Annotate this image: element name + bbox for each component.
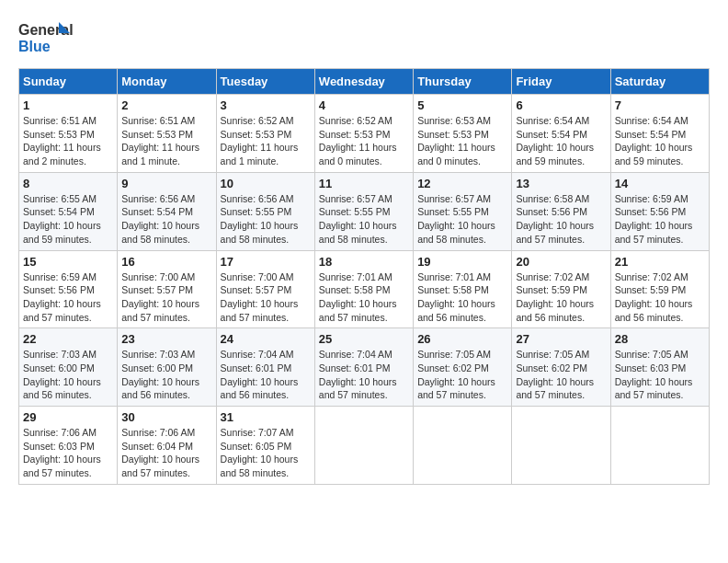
svg-text:Blue: Blue	[18, 39, 51, 54]
calendar-cell: 11Sunrise: 6:57 AMSunset: 5:55 PMDayligh…	[314, 172, 413, 250]
day-number: 7	[615, 98, 705, 112]
day-number: 23	[121, 332, 211, 346]
day-number: 5	[417, 98, 507, 112]
day-info: Sunrise: 7:01 AMSunset: 5:58 PMDaylight:…	[417, 270, 507, 325]
day-info: Sunrise: 6:56 AMSunset: 5:54 PMDaylight:…	[121, 192, 211, 247]
day-number: 3	[221, 98, 311, 112]
day-info: Sunrise: 6:57 AMSunset: 5:55 PMDaylight:…	[417, 192, 507, 247]
day-info: Sunrise: 7:05 AMSunset: 6:02 PMDaylight:…	[516, 348, 606, 402]
day-info: Sunrise: 7:06 AMSunset: 6:04 PMDaylight:…	[121, 426, 211, 480]
calendar-cell: 1Sunrise: 6:51 AMSunset: 5:53 PMDaylight…	[19, 95, 118, 173]
day-info: Sunrise: 7:03 AMSunset: 6:00 PMDaylight:…	[121, 348, 211, 402]
day-number: 6	[516, 98, 606, 112]
day-number: 25	[319, 332, 409, 346]
day-info: Sunrise: 7:00 AMSunset: 5:57 PMDaylight:…	[121, 270, 211, 325]
calendar-cell: 26Sunrise: 7:05 AMSunset: 6:02 PMDayligh…	[414, 328, 512, 407]
day-info: Sunrise: 6:58 AMSunset: 5:56 PMDaylight:…	[516, 192, 606, 247]
day-info: Sunrise: 7:01 AMSunset: 5:58 PMDaylight:…	[319, 270, 409, 325]
weekday-header: Wednesday	[314, 69, 413, 95]
calendar-cell: 21Sunrise: 7:02 AMSunset: 5:59 PMDayligh…	[610, 250, 709, 328]
calendar-cell: 4Sunrise: 6:52 AMSunset: 5:53 PMDaylight…	[314, 95, 413, 173]
calendar-cell: 18Sunrise: 7:01 AMSunset: 5:58 PMDayligh…	[314, 250, 413, 328]
calendar-header-row: SundayMondayTuesdayWednesdayThursdayFrid…	[19, 69, 710, 95]
day-number: 29	[23, 410, 113, 424]
day-number: 20	[516, 255, 606, 269]
calendar-cell	[314, 407, 413, 485]
day-info: Sunrise: 7:04 AMSunset: 6:01 PMDaylight:…	[221, 348, 311, 402]
calendar-cell: 13Sunrise: 6:58 AMSunset: 5:56 PMDayligh…	[512, 172, 610, 250]
day-info: Sunrise: 6:56 AMSunset: 5:55 PMDaylight:…	[221, 192, 311, 247]
day-number: 15	[23, 255, 113, 269]
calendar-cell: 6Sunrise: 6:54 AMSunset: 5:54 PMDaylight…	[512, 95, 610, 173]
calendar-cell: 7Sunrise: 6:54 AMSunset: 5:54 PMDaylight…	[610, 95, 709, 173]
calendar-cell: 16Sunrise: 7:00 AMSunset: 5:57 PMDayligh…	[118, 250, 216, 328]
calendar-cell: 27Sunrise: 7:05 AMSunset: 6:02 PMDayligh…	[512, 328, 610, 407]
calendar-week-row: 29Sunrise: 7:06 AMSunset: 6:03 PMDayligh…	[19, 407, 710, 485]
day-number: 18	[319, 255, 409, 269]
day-info: Sunrise: 6:59 AMSunset: 5:56 PMDaylight:…	[615, 192, 705, 247]
day-info: Sunrise: 6:51 AMSunset: 5:53 PMDaylight:…	[121, 114, 211, 168]
calendar-cell: 28Sunrise: 7:05 AMSunset: 6:03 PMDayligh…	[610, 328, 709, 407]
day-info: Sunrise: 6:59 AMSunset: 5:56 PMDaylight:…	[23, 270, 113, 325]
calendar-cell: 25Sunrise: 7:04 AMSunset: 6:01 PMDayligh…	[314, 328, 413, 407]
weekday-header: Monday	[118, 69, 216, 95]
day-number: 2	[121, 98, 211, 112]
day-info: Sunrise: 7:06 AMSunset: 6:03 PMDaylight:…	[23, 426, 113, 480]
day-info: Sunrise: 6:52 AMSunset: 5:53 PMDaylight:…	[319, 114, 409, 168]
day-number: 10	[221, 177, 311, 190]
day-info: Sunrise: 7:02 AMSunset: 5:59 PMDaylight:…	[516, 270, 606, 325]
day-info: Sunrise: 7:02 AMSunset: 5:59 PMDaylight:…	[615, 270, 705, 325]
day-number: 11	[319, 177, 409, 190]
calendar-week-row: 8Sunrise: 6:55 AMSunset: 5:54 PMDaylight…	[19, 172, 710, 250]
calendar-cell	[512, 407, 610, 485]
day-info: Sunrise: 6:54 AMSunset: 5:54 PMDaylight:…	[516, 114, 606, 168]
calendar-cell: 20Sunrise: 7:02 AMSunset: 5:59 PMDayligh…	[512, 250, 610, 328]
day-number: 28	[615, 332, 705, 346]
day-number: 14	[615, 177, 705, 190]
day-number: 21	[615, 255, 705, 269]
calendar-cell: 3Sunrise: 6:52 AMSunset: 5:53 PMDaylight…	[216, 95, 314, 173]
page-header: GeneralBlue	[18, 18, 710, 59]
day-number: 17	[221, 255, 311, 269]
day-info: Sunrise: 7:07 AMSunset: 6:05 PMDaylight:…	[221, 426, 311, 480]
day-number: 9	[121, 177, 211, 190]
calendar-cell: 17Sunrise: 7:00 AMSunset: 5:57 PMDayligh…	[216, 250, 314, 328]
day-info: Sunrise: 7:05 AMSunset: 6:03 PMDaylight:…	[615, 348, 705, 402]
day-number: 19	[417, 255, 507, 269]
calendar-cell: 12Sunrise: 6:57 AMSunset: 5:55 PMDayligh…	[414, 172, 512, 250]
day-info: Sunrise: 7:00 AMSunset: 5:57 PMDaylight:…	[221, 270, 311, 325]
calendar-cell: 19Sunrise: 7:01 AMSunset: 5:58 PMDayligh…	[414, 250, 512, 328]
day-number: 26	[417, 332, 507, 346]
calendar-cell	[414, 407, 512, 485]
day-number: 8	[23, 177, 113, 190]
day-number: 24	[221, 332, 311, 346]
logo-svg: GeneralBlue	[18, 18, 74, 59]
weekday-header: Friday	[512, 69, 610, 95]
calendar-cell: 31Sunrise: 7:07 AMSunset: 6:05 PMDayligh…	[216, 407, 314, 485]
day-number: 13	[516, 177, 606, 190]
calendar-cell: 24Sunrise: 7:04 AMSunset: 6:01 PMDayligh…	[216, 328, 314, 407]
weekday-header: Thursday	[414, 69, 512, 95]
day-info: Sunrise: 6:51 AMSunset: 5:53 PMDaylight:…	[23, 114, 113, 168]
calendar-cell: 2Sunrise: 6:51 AMSunset: 5:53 PMDaylight…	[118, 95, 216, 173]
day-number: 16	[121, 255, 211, 269]
calendar-cell: 23Sunrise: 7:03 AMSunset: 6:00 PMDayligh…	[118, 328, 216, 407]
calendar-week-row: 1Sunrise: 6:51 AMSunset: 5:53 PMDaylight…	[19, 95, 710, 173]
calendar-week-row: 15Sunrise: 6:59 AMSunset: 5:56 PMDayligh…	[19, 250, 710, 328]
day-info: Sunrise: 6:52 AMSunset: 5:53 PMDaylight:…	[221, 114, 311, 168]
calendar-cell: 5Sunrise: 6:53 AMSunset: 5:53 PMDaylight…	[414, 95, 512, 173]
weekday-header: Sunday	[19, 69, 118, 95]
calendar-week-row: 22Sunrise: 7:03 AMSunset: 6:00 PMDayligh…	[19, 328, 710, 407]
calendar-cell: 29Sunrise: 7:06 AMSunset: 6:03 PMDayligh…	[19, 407, 118, 485]
calendar-cell: 9Sunrise: 6:56 AMSunset: 5:54 PMDaylight…	[118, 172, 216, 250]
calendar-cell: 14Sunrise: 6:59 AMSunset: 5:56 PMDayligh…	[610, 172, 709, 250]
day-number: 12	[417, 177, 507, 190]
calendar-table: SundayMondayTuesdayWednesdayThursdayFrid…	[18, 68, 710, 485]
day-info: Sunrise: 6:54 AMSunset: 5:54 PMDaylight:…	[615, 114, 705, 168]
day-info: Sunrise: 7:05 AMSunset: 6:02 PMDaylight:…	[417, 348, 507, 402]
calendar-cell: 30Sunrise: 7:06 AMSunset: 6:04 PMDayligh…	[118, 407, 216, 485]
calendar-cell	[610, 407, 709, 485]
day-number: 27	[516, 332, 606, 346]
day-number: 22	[23, 332, 113, 346]
day-info: Sunrise: 6:53 AMSunset: 5:53 PMDaylight:…	[417, 114, 507, 168]
